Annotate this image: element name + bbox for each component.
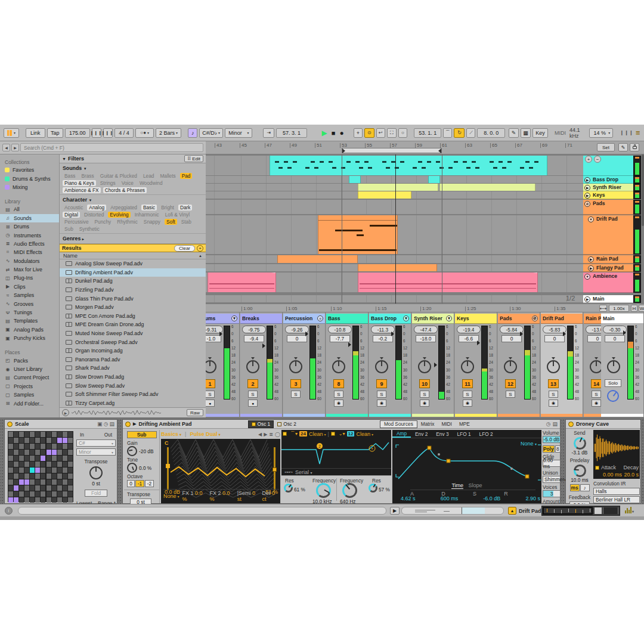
scale-grid-cell[interactable]: [52, 462, 57, 467]
sidebar-item-tunings[interactable]: ΨTunings: [0, 308, 59, 317]
track-row-ambience[interactable]: [206, 273, 583, 292]
scale-grid-cell[interactable]: [68, 432, 73, 437]
scale-grid-cell[interactable]: [57, 491, 62, 497]
fold-width-button[interactable]: W: [639, 305, 644, 312]
scale-grid-cell[interactable]: [19, 450, 24, 455]
filter-tag-ambience-fx[interactable]: Ambience & FX: [63, 187, 101, 193]
scale-grid-cell[interactable]: [30, 444, 35, 449]
result-item[interactable]: Orchestral Sweep Pad.adv: [60, 338, 206, 346]
channel-header-icon[interactable]: ⊘: [532, 315, 538, 321]
track-header-flangy-pad[interactable]: ▶Flangy Pad: [583, 264, 633, 272]
track-header-synth-riser[interactable]: ▶Synth Riser: [583, 184, 633, 191]
channel-header[interactable]: Drums▾: [206, 314, 239, 324]
sidebar-item-add-folder-[interactable]: ⊞Add Folder...: [0, 399, 59, 407]
sub-tone-knob[interactable]: [127, 463, 137, 473]
solo-button[interactable]: Solo: [605, 379, 621, 387]
unison-voices-field[interactable]: 3: [543, 490, 561, 497]
add-filter-button[interactable]: +: [197, 245, 203, 252]
filter2-on-toggle[interactable]: [331, 432, 335, 436]
solo-button[interactable]: S: [463, 391, 472, 398]
pan-knob[interactable]: [547, 360, 560, 373]
computer-midi-keyboard-button[interactable]: ▦: [521, 128, 531, 138]
predelay-knob[interactable]: [574, 465, 586, 477]
filter1-slope-badge[interactable]: 24: [299, 431, 307, 436]
scale-grid-cell[interactable]: [47, 491, 51, 497]
tab-mpe[interactable]: MPE: [456, 420, 473, 428]
channel-header[interactable]: Bass: [326, 314, 368, 324]
scale-grid-cell[interactable]: [68, 479, 73, 485]
scale-grid-cell[interactable]: [52, 479, 57, 485]
gain-field[interactable]: -7.7: [330, 335, 350, 342]
meter-arrow-icon[interactable]: [563, 332, 566, 336]
scale-grid-cell[interactable]: [30, 491, 35, 497]
scale-grid-cell[interactable]: [30, 473, 35, 479]
filter-tag-dark[interactable]: Dark: [178, 205, 193, 210]
track-header-ambience[interactable]: ▼Ambience: [583, 273, 633, 293]
scale-grid-cell[interactable]: [47, 462, 51, 467]
scale-grid-cell[interactable]: [57, 473, 62, 479]
punch-out-button[interactable]: ⟋: [466, 128, 475, 138]
monitor-button[interactable]: ◉: [549, 400, 558, 407]
volume-field[interactable]: -5.0 dB: [543, 436, 561, 443]
scale-grid-cell[interactable]: [8, 438, 13, 443]
scale-grid-cell[interactable]: [57, 438, 62, 443]
loop-start-field[interactable]: 53. 1. 1: [414, 128, 441, 138]
track-row-synth-riser[interactable]: [206, 184, 583, 191]
arrangement-clip[interactable]: [208, 273, 276, 292]
link-button[interactable]: Link: [26, 128, 45, 138]
sidebar-item-drums-synths[interactable]: Drums & Synths: [0, 174, 59, 182]
scale-grid-cell[interactable]: [41, 497, 45, 503]
meter-arrow-icon[interactable]: [520, 332, 523, 336]
scale-grid-cell[interactable]: [52, 473, 57, 479]
scale-grid-cell[interactable]: [47, 450, 51, 455]
filter-tag-digital[interactable]: Digital: [63, 212, 80, 218]
midi-map-button[interactable]: MIDI: [555, 130, 566, 136]
volume-readout[interactable]: -10.8: [328, 326, 352, 333]
filter1-mode-select[interactable]: Clean▾: [309, 431, 326, 437]
zoom-fit-button[interactable]: ⟷: [599, 305, 607, 312]
filter-tag-woodwind[interactable]: Woodwind: [138, 180, 165, 186]
scale-grid-cell[interactable]: [24, 450, 29, 455]
time-signature-field[interactable]: 4 / 4: [114, 128, 134, 138]
scale-grid-cell[interactable]: [52, 450, 57, 455]
mixer-channel-percussion[interactable]: Percussion≡-9.26060612182430364248603S: [283, 312, 326, 417]
scale-grid-cell[interactable]: [30, 467, 35, 473]
track-activator[interactable]: 11: [462, 379, 473, 388]
zoom-level-field[interactable]: 1.00x: [609, 305, 629, 312]
scale-grid-cell[interactable]: [68, 497, 73, 503]
filter-tag-bright[interactable]: Bright: [159, 205, 176, 210]
automation-arm-button[interactable]: ⊙: [364, 128, 374, 138]
meter-arrow-icon[interactable]: [623, 330, 626, 335]
channel-header[interactable]: Synth Riser▾: [412, 314, 454, 324]
filter2-freq-knob[interactable]: [342, 483, 357, 498]
mixer-channel-keys[interactable]: Keys-19.4-6.6606121824303642486011S◉: [455, 312, 497, 417]
track-header-main[interactable]: ▶Main: [583, 295, 633, 303]
scale-grid-cell[interactable]: [68, 491, 73, 497]
poly-count-select[interactable]: 8: [555, 445, 561, 453]
groove-amount-button[interactable]: ○●▾: [135, 128, 154, 138]
solo-button[interactable]: S: [506, 391, 515, 398]
scale-grid-cell[interactable]: [63, 497, 67, 503]
tab-osc1[interactable]: Osc 1: [248, 420, 274, 428]
scale-grid-cell[interactable]: [8, 497, 13, 503]
osc-level-slider[interactable]: [167, 447, 169, 490]
scale-grid-cell[interactable]: [30, 432, 35, 437]
env-slope-tab[interactable]: Slope: [469, 482, 482, 488]
arm-button[interactable]: ●: [248, 400, 258, 407]
scale-grid-cell[interactable]: [47, 479, 51, 485]
channel-header-icon[interactable]: ▾: [403, 315, 409, 321]
warning-icon[interactable]: ▲: [508, 507, 516, 515]
sidebar-item-plug-ins[interactable]: ◫Plug-Ins: [0, 274, 59, 282]
scale-grid-cell[interactable]: [19, 497, 24, 503]
result-item[interactable]: Glass Thin Pure Pad.adv: [60, 294, 206, 303]
raw-preview-button[interactable]: Raw: [187, 409, 203, 416]
scale-grid-cell[interactable]: [24, 462, 29, 467]
scale-grid-cell[interactable]: [63, 485, 67, 491]
scale-grid-cell[interactable]: [57, 467, 62, 473]
arrangement-clip[interactable]: [358, 264, 437, 271]
scale-grid-cell[interactable]: [24, 497, 29, 503]
monitor-button[interactable]: ◉: [420, 400, 429, 407]
tab-midi[interactable]: MIDI: [438, 420, 456, 428]
scale-grid-cell[interactable]: [14, 467, 18, 473]
channel-header[interactable]: Percussion≡: [283, 314, 325, 324]
